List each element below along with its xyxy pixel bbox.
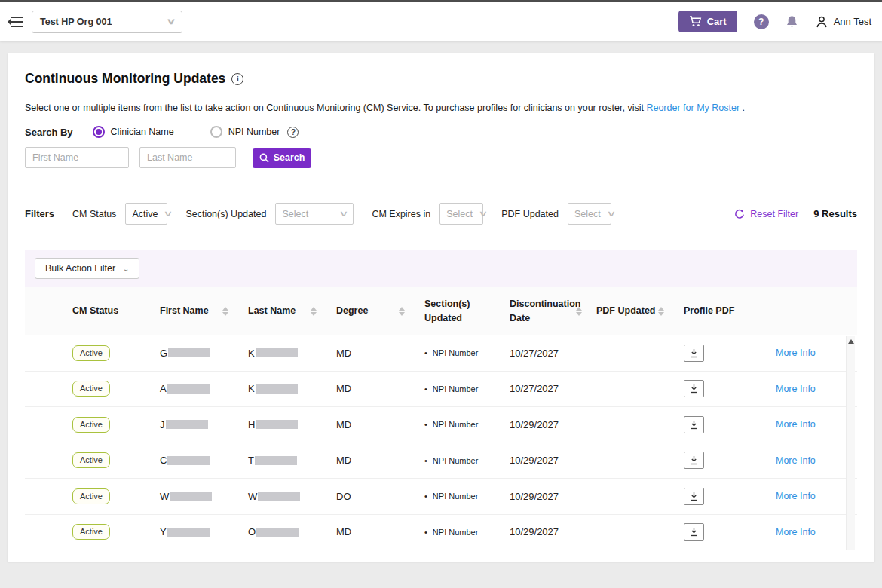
download-pdf-button[interactable] [684,523,704,541]
table-row: Active C T MD •NPI Number 10/29/2027 Mor… [25,443,857,479]
search-by-label: Search By [25,127,73,138]
first-name-cell: G [160,348,248,359]
filter-cm-status-value: Active [132,209,158,219]
search-button-label: Search [274,152,305,163]
last-name-cell: O [248,526,336,537]
sections-updated-cell: •NPI Number [424,528,510,537]
bullet: • [424,348,427,357]
discontinuation-date-cell: 10/29/2027 [510,419,596,430]
organization-selector-value: Test HP Org 001 [40,17,112,27]
filter-sections-updated: Section(s) Updated Select ∨ [185,203,354,225]
degree-cell: MD [336,348,424,359]
filter-cm-status-select[interactable]: Active ∨ [125,203,167,225]
filter-cm-status-label: CM Status [72,209,116,219]
radio-clinician-name[interactable]: Clinician Name [93,126,174,138]
redacted-text [256,420,298,429]
redacted-text [167,384,210,394]
sort-icon[interactable] [658,307,664,316]
column-header-discontinuation-date[interactable]: Discontinuation Date [510,297,596,324]
cart-button[interactable]: Cart [678,11,737,32]
filters-label: Filters [25,208,54,219]
filter-cm-expires-label: CM Expires in [372,209,430,219]
filter-pdf-updated-select[interactable]: Select ∨ [568,203,611,225]
column-header-pdf-updated[interactable]: PDF Updated [596,304,684,317]
degree-cell: DO [336,491,424,502]
redacted-text [168,348,210,357]
redacted-text [167,528,210,537]
bullet: • [424,528,427,537]
hamburger-menu-icon[interactable] [8,15,24,29]
download-pdf-button[interactable] [684,380,704,397]
degree-cell: MD [336,419,424,430]
table-row: Active A K MD •NPI Number 10/27/2027 Mor… [25,372,857,408]
download-pdf-button[interactable] [684,345,704,362]
last-name-cell: W [248,491,336,502]
bulk-action-filter-label: Bulk Action Filter [45,263,115,274]
page-title-row: Continuous Monitoring Updates i [25,53,857,87]
redacted-text [167,456,210,465]
filter-cm-status: CM Status Active ∨ [72,203,167,225]
filter-pdf-updated: PDF Updated Select ∨ [501,203,611,225]
status-badge: Active [72,524,110,540]
table-scrollbar[interactable] [846,336,855,550]
sort-icon[interactable] [399,307,405,316]
first-name-cell: A [160,383,248,394]
user-menu[interactable]: Ann Test [815,15,871,29]
filter-cm-expires-select[interactable]: Select ∨ [439,203,483,225]
notifications-bell-icon[interactable] [786,15,798,29]
sort-icon[interactable] [311,307,317,316]
chevron-down-icon: ∨ [339,209,349,219]
more-info-link[interactable]: More Info [761,491,857,501]
column-header-degree[interactable]: Degree [336,304,424,317]
more-info-link[interactable]: More Info [761,348,857,358]
reset-filter-button[interactable]: Reset Filter [734,209,798,219]
more-info-link[interactable]: More Info [761,384,857,394]
download-pdf-button[interactable] [684,416,704,433]
filter-sections-updated-select[interactable]: Select ∨ [275,203,354,225]
sections-updated-cell: •NPI Number [424,348,510,357]
last-name-cell: T [248,455,336,466]
organization-selector[interactable]: Test HP Org 001 ∨ [32,11,182,33]
more-info-link[interactable]: More Info [761,455,857,466]
degree-cell: MD [336,455,424,466]
table-row: Active G K MD •NPI Number 10/27/2027 Mor… [25,335,857,372]
scroll-up-arrow-icon[interactable] [848,339,854,344]
chevron-down-icon: ∨ [164,209,173,219]
first-name-input[interactable] [25,147,129,168]
bulk-action-filter-button[interactable]: Bulk Action Filter ⌄ [35,258,139,279]
more-info-link[interactable]: More Info [761,527,857,537]
redacted-text [258,492,300,501]
user-name: Ann Test [834,16,871,27]
reorder-roster-link[interactable]: Reorder for My Roster [646,103,740,113]
npi-help-icon[interactable]: ? [287,127,299,138]
download-pdf-button[interactable] [684,452,704,469]
table-row: Active Y O MD •NPI Number 10/29/2027 Mor… [25,515,857,551]
redacted-text [256,348,298,357]
radio-npi-number[interactable]: NPI Number ? [210,126,299,138]
filter-sections-updated-value: Select [282,209,308,219]
radio-npi-number-label: NPI Number [228,127,280,137]
sort-icon[interactable] [576,307,582,316]
filter-sections-updated-label: Section(s) Updated [185,209,266,219]
reset-icon [734,209,745,219]
column-header-sections-updated: Section(s) Updated [424,297,483,324]
reset-filter-label: Reset Filter [750,209,798,219]
download-pdf-button[interactable] [684,488,704,505]
more-info-link[interactable]: More Info [761,419,857,430]
column-header-first-name[interactable]: First Name [160,304,248,317]
sort-icon[interactable] [222,307,228,316]
first-name-cell: Y [160,526,248,537]
search-button[interactable]: Search [253,148,311,168]
discontinuation-date-cell: 10/29/2027 [510,526,596,537]
filter-cm-expires-value: Select [446,209,473,219]
bullet: • [424,420,427,429]
last-name-input[interactable] [139,147,236,168]
radio-clinician-name-label: Clinician Name [111,127,174,137]
status-badge: Active [72,345,110,361]
info-icon[interactable]: i [231,73,243,85]
description-text: Select one or multiple items from the li… [25,103,646,113]
column-header-last-name[interactable]: Last Name [248,304,336,317]
help-icon[interactable]: ? [754,14,769,29]
radio-unselected-icon [210,126,222,138]
column-header-pdf-updated-label: PDF Updated [596,304,655,317]
